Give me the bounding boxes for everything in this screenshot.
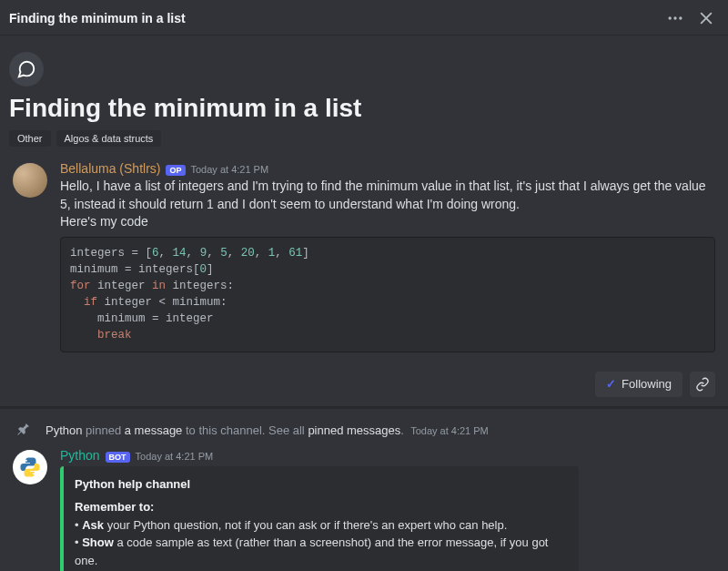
- avatar[interactable]: [13, 163, 47, 198]
- author-name[interactable]: Python: [60, 448, 100, 463]
- op-badge: OP: [166, 165, 185, 176]
- divider: [0, 406, 728, 409]
- bot-badge: BOT: [106, 452, 130, 463]
- message-text: Hello, I have a list of integers and I'm…: [60, 178, 715, 231]
- embed: Python help channel Remember to: • Ask y…: [60, 466, 579, 571]
- svg-point-0: [669, 16, 672, 19]
- close-icon[interactable]: [697, 9, 715, 27]
- embed-title: Python help channel: [75, 475, 566, 494]
- timestamp: Today at 4:21 PM: [191, 164, 269, 175]
- pin-actor[interactable]: Python: [46, 423, 82, 437]
- pinned-messages-link[interactable]: pinned messages: [308, 423, 400, 437]
- thread-title: Finding the minimum in a list: [0, 94, 728, 130]
- tag-other[interactable]: Other: [9, 130, 51, 147]
- timestamp: Today at 4:21 PM: [136, 451, 214, 462]
- more-icon[interactable]: [666, 9, 684, 27]
- svg-point-1: [673, 16, 676, 19]
- post-actions: ✓ Following: [0, 363, 728, 406]
- svg-point-3: [25, 459, 27, 461]
- author-name[interactable]: Bellaluma (Shtlrs): [60, 161, 160, 176]
- header-actions: [666, 9, 715, 27]
- thread-header: Finding the minimum in a list: [0, 0, 728, 36]
- op-message: Bellaluma (Shtlrs) OP Today at 4:21 PM H…: [0, 159, 728, 363]
- pin-system-message: Python pinned a message to this channel.…: [0, 413, 728, 446]
- thread-icon: [9, 52, 44, 87]
- bot-message: Python BOT Today at 4:21 PM Python help …: [0, 446, 728, 571]
- svg-point-2: [679, 16, 682, 19]
- tag-algos[interactable]: Algos & data structs: [56, 130, 162, 147]
- pin-icon: [16, 422, 31, 439]
- pin-timestamp: Today at 4:21 PM: [410, 425, 489, 436]
- following-label: Following: [622, 377, 672, 391]
- copy-link-button[interactable]: [690, 372, 715, 397]
- tag-row: Other Algos & data structs: [0, 130, 728, 159]
- svg-point-4: [33, 473, 35, 474]
- following-button[interactable]: ✓ Following: [595, 372, 682, 397]
- avatar[interactable]: [13, 450, 47, 484]
- code-block: integers = [6, 14, 9, 5, 20, 1, 61] mini…: [60, 237, 715, 352]
- check-icon: ✓: [606, 377, 616, 391]
- header-title: Finding the minimum in a list: [9, 11, 186, 25]
